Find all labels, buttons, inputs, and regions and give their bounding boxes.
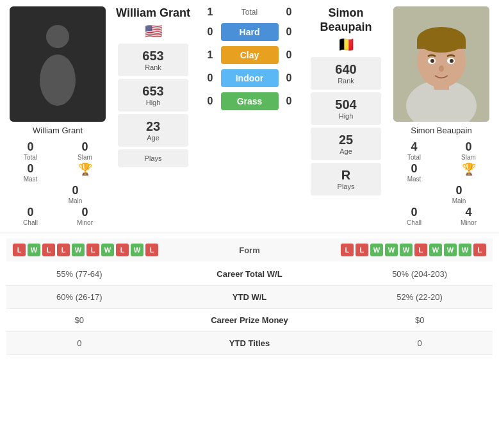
stat-label-1: YTD W/L xyxy=(152,286,347,309)
left-total-count: 1 xyxy=(200,6,220,18)
table-row: 0 YTD Titles 0 xyxy=(6,332,493,355)
surface-left-count-0: 0 xyxy=(200,26,220,38)
player-right-column: Simon Beaupain 4 Total 0 Slam 0 Mast 🏆 xyxy=(387,6,496,226)
stat-label-2: Career Prize Money xyxy=(152,309,347,332)
left-main-stat: 0 Main xyxy=(41,184,110,204)
svg-point-11 xyxy=(450,59,454,63)
top-section: William Grant 0 Total 0 Slam 0 Mast 🏆 xyxy=(0,0,499,233)
player-right-name: Simon Beaupain xyxy=(307,6,384,34)
right-total-label: Total xyxy=(407,154,421,161)
right-mast-stat: 0 Mast xyxy=(389,162,439,183)
surface-left-count-1: 1 xyxy=(200,49,220,61)
player-left-column: William Grant 0 Total 0 Slam 0 Mast 🏆 xyxy=(3,6,112,226)
svg-point-1 xyxy=(40,54,76,106)
surface-btn-grass[interactable]: Grass xyxy=(221,92,279,110)
form-badge-right-9: L xyxy=(473,244,486,256)
form-badge-right-0: L xyxy=(341,244,354,256)
stat-left-2: $0 xyxy=(6,309,152,332)
right-slam-value: 0 xyxy=(465,140,471,154)
form-badge-right-3: W xyxy=(385,244,398,256)
player-right-flag: 🇧🇪 xyxy=(338,37,355,53)
left-slam-label: Slam xyxy=(78,154,92,161)
surface-right-count-1: 0 xyxy=(279,49,299,61)
total-row: 1 Total 0 xyxy=(200,6,299,18)
surface-btn-indoor[interactable]: Indoor xyxy=(221,69,279,87)
form-badge-right-5: L xyxy=(414,244,427,256)
left-main-label: Main xyxy=(69,197,83,204)
table-row: $0 Career Prize Money $0 xyxy=(6,309,493,332)
right-minor-label: Minor xyxy=(461,219,477,226)
left-mast-label: Mast xyxy=(24,176,38,183)
right-mast-label: Mast xyxy=(407,176,421,183)
surface-btn-hard[interactable]: Hard xyxy=(221,23,279,41)
right-main-label: Main xyxy=(452,197,466,204)
player-right-stats: 4 Total 0 Slam 0 Mast 🏆 0 Main xyxy=(387,140,496,226)
right-chall-label: Chall xyxy=(407,219,421,226)
right-trophy-area: 🏆 xyxy=(444,162,493,183)
right-rank-label: Rank xyxy=(313,77,379,85)
left-plays-box: Plays xyxy=(118,149,188,167)
table-row: 60% (26-17) YTD W/L 52% (22-20) xyxy=(6,286,493,309)
left-mast-stat: 0 Mast xyxy=(6,162,55,183)
stat-right-2: $0 xyxy=(347,309,493,332)
surface-right-count-0: 0 xyxy=(279,26,299,38)
left-minor-value: 0 xyxy=(81,206,88,219)
left-minor-label: Minor xyxy=(77,219,93,226)
surface-left-count-2: 0 xyxy=(200,72,220,84)
left-age-value: 23 xyxy=(120,119,186,134)
form-badge-right-2: W xyxy=(370,244,383,256)
player-left-stats: 0 Total 0 Slam 0 Mast 🏆 0 Main xyxy=(3,140,112,226)
left-mast-value: 0 xyxy=(27,162,33,176)
left-high-label: High xyxy=(120,99,186,106)
player-left-flag: 🇺🇸 xyxy=(145,23,162,40)
form-row: LWLLWLWLWL Form LLWWWLWWWL xyxy=(6,238,493,261)
right-slam-stat: 0 Slam xyxy=(444,140,493,161)
surface-rows: 0 Hard 0 1 Clay 0 0 Indoor 0 0 Grass 0 xyxy=(200,23,299,115)
form-badge-left-8: W xyxy=(131,244,143,256)
stat-left-3: 0 xyxy=(6,332,152,355)
form-badge-left-7: L xyxy=(116,244,129,256)
stat-label-3: YTD Titles xyxy=(152,332,347,355)
svg-point-10 xyxy=(430,59,434,63)
form-badge-right-8: W xyxy=(459,244,471,256)
left-high-value: 653 xyxy=(120,84,186,99)
right-total-stat: 4 Total xyxy=(389,140,439,161)
right-plays-box: R Plays xyxy=(311,163,381,195)
left-total-value: 0 xyxy=(27,140,33,154)
right-minor-value: 4 xyxy=(465,206,471,219)
left-trophy-area: 🏆 xyxy=(60,162,110,183)
stats-table: 55% (77-64) Career Total W/L 50% (204-20… xyxy=(6,263,493,355)
left-main-value: 0 xyxy=(72,184,78,197)
stat-left-1: 60% (26-17) xyxy=(6,286,152,309)
form-badge-left-6: W xyxy=(101,244,114,256)
right-trophy-icon: 🏆 xyxy=(462,162,476,176)
form-badge-right-6: W xyxy=(429,244,442,256)
form-badges-right: LLWWWLWWWL xyxy=(329,244,486,256)
right-slam-label: Slam xyxy=(461,154,476,161)
surface-right-count-3: 0 xyxy=(279,95,299,107)
right-info-section: Simon Beaupain 🇧🇪 640 Rank 504 High 25 A… xyxy=(307,6,384,226)
left-high-box: 653 High xyxy=(118,79,188,112)
player-left-name-below: William Grant xyxy=(33,126,83,135)
surface-row-hard: 0 Hard 0 xyxy=(200,23,299,41)
right-mast-value: 0 xyxy=(411,162,417,176)
right-high-value: 504 xyxy=(313,97,379,112)
svg-rect-7 xyxy=(417,40,466,49)
surface-row-clay: 1 Clay 0 xyxy=(200,46,299,64)
left-rank-box: 653 Rank xyxy=(118,44,188,76)
stat-left-0: 55% (77-64) xyxy=(6,263,152,286)
form-badge-right-1: L xyxy=(356,244,368,256)
left-rank-value: 653 xyxy=(120,49,186,63)
right-rank-box: 640 Rank xyxy=(311,57,381,90)
form-badge-left-9: L xyxy=(145,244,158,256)
form-badge-right-7: W xyxy=(444,244,457,256)
right-main-stat: 0 Main xyxy=(425,184,493,204)
form-badge-left-0: L xyxy=(13,244,26,256)
left-chall-stat: 0 Chall xyxy=(6,206,55,226)
right-rank-value: 640 xyxy=(313,62,379,77)
left-age-box: 23 Age xyxy=(118,114,188,147)
total-label: Total xyxy=(220,8,279,17)
right-age-box: 25 Age xyxy=(311,128,381,160)
form-badge-left-4: W xyxy=(72,244,85,256)
surface-btn-clay[interactable]: Clay xyxy=(221,46,279,64)
